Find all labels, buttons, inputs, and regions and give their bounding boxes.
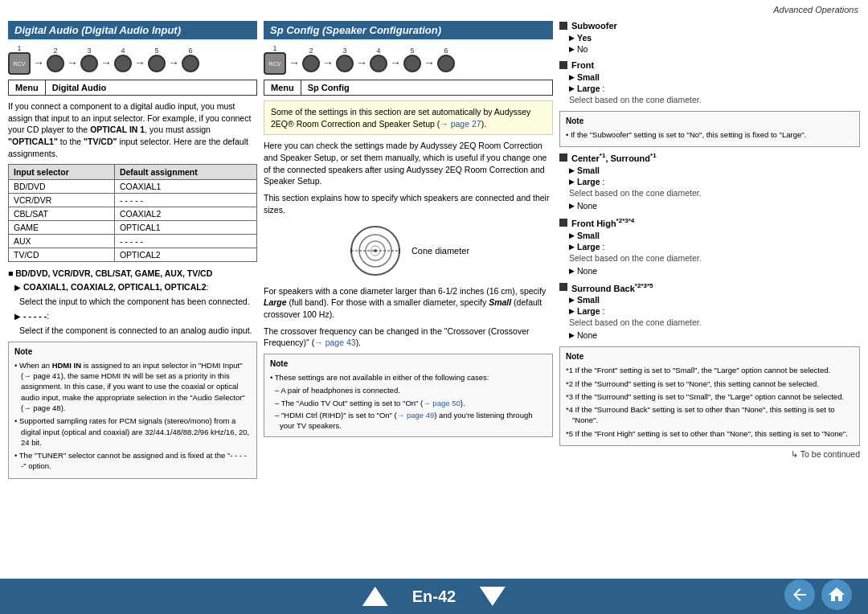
table-row: AUX- - - - - — [9, 235, 257, 248]
center-small: ▶ Small — [569, 166, 860, 175]
surround-back-icon — [559, 283, 567, 291]
sp-config-note: Note • These settings are not available … — [264, 354, 553, 437]
digital-audio-title: Digital Audio (Digital Audio Input) — [8, 21, 257, 39]
center-desc: Select based on the cone diameter. — [569, 188, 860, 198]
coaxial-header: ▶ COAXIAL1, COAXIAL2, OPTICAL1, OPTICAL2… — [14, 281, 257, 293]
menu-value-1: Digital Audio — [46, 80, 113, 95]
front-icon — [559, 61, 567, 69]
menu-value-2: Sp Config — [301, 80, 356, 95]
digital-audio-note: Note • When an HDMI IN is assigned to an… — [8, 342, 257, 479]
surround-back-large: ▶ Large: — [569, 306, 860, 316]
center-surround-section: Center*1, Surround*1 ▶ Small ▶ Large: Se… — [559, 152, 860, 211]
subwoofer-label: Subwoofer — [571, 21, 617, 31]
cone-diagram — [347, 223, 403, 279]
dash-desc: Select if the component is connected to … — [19, 325, 257, 337]
cone-diameter-figure: Cone diameter — [264, 223, 553, 279]
page-label: En-42 — [412, 587, 456, 606]
sp-config-section: Sp Config (Speaker Configuration) 1 RCV … — [264, 21, 553, 582]
sp-config-title: Sp Config (Speaker Configuration) — [264, 21, 553, 39]
center-large: ▶ Large: — [569, 177, 860, 186]
menu-bar-1: Menu Digital Audio — [8, 80, 257, 96]
front-high-desc: Select based on the cone diameter. — [569, 253, 860, 263]
front-note: Note • If the "Subwoofer" setting is set… — [559, 111, 860, 147]
table-row: CBL/SATCOAXIAL2 — [9, 207, 257, 221]
sp-config-body4: The crossover frequency can be changed i… — [264, 325, 553, 349]
subwoofer-section: Subwoofer ▶ Yes ▶ No — [559, 21, 860, 54]
steps-row-1: 1 RCV → 2 → 3 → 4 → — [8, 44, 257, 75]
sp-config-body1: Here you can check the settings made by … — [264, 140, 553, 187]
center-none: ▶ None — [569, 201, 860, 211]
table-row: VCR/DVR- - - - - — [9, 194, 257, 207]
nav-up-arrow[interactable] — [362, 587, 388, 606]
menu-bar-2: Menu Sp Config — [264, 80, 553, 96]
front-high-section: Front High*2*3*4 ▶ Small ▶ Large: Select… — [559, 217, 860, 276]
to-be-continued: ↳ To be continued — [559, 449, 860, 459]
table-header-input: Input selector — [9, 165, 115, 180]
front-label: Front — [571, 60, 594, 70]
bd-dvd-section-header: ■ BD/DVD, VCR/DVR, CBL/SAT, GAME, AUX, T… — [8, 268, 257, 278]
digital-audio-section: Digital Audio (Digital Audio Input) 1 RC… — [8, 21, 257, 582]
speaker-settings-section: Subwoofer ▶ Yes ▶ No Front ▶ — [559, 21, 860, 582]
front-desc: Select based on the cone diameter. — [569, 95, 860, 104]
steps-row-2: 1 RCV → 2 → 3 → 4 → — [264, 44, 553, 75]
front-high-icon — [559, 219, 567, 227]
center-icon — [559, 154, 567, 162]
cone-label: Cone diameter — [411, 246, 469, 256]
surround-back-none: ▶ None — [569, 330, 860, 340]
surround-back-small: ▶ Small — [569, 295, 860, 305]
menu-label-2: Menu — [264, 80, 301, 95]
front-section: Front ▶ Small ▶ Large: Select based on t… — [559, 60, 860, 104]
table-row: TV/CDOPTICAL2 — [9, 248, 257, 262]
assignment-table: Input selector Default assignment BD/DVD… — [8, 164, 257, 262]
nav-down-arrow[interactable] — [480, 587, 506, 606]
table-row: BD/DVDCOAXIAL1 — [9, 180, 257, 194]
front-high-small: ▶ Small — [569, 231, 860, 240]
subwoofer-icon — [559, 22, 567, 30]
digital-audio-body: If you connect a component to a digital … — [8, 100, 257, 159]
surround-back-desc: Select based on the cone diameter. — [569, 317, 860, 327]
home-button[interactable] — [821, 579, 852, 610]
subwoofer-yes: ▶ Yes — [569, 33, 860, 43]
highlight-box: Some of the settings in this section are… — [264, 100, 553, 135]
table-header-default: Default assignment — [114, 165, 256, 180]
sp-config-body3: For speakers with a cone diameter larger… — [264, 285, 553, 321]
subwoofer-no: ▶ No — [569, 44, 860, 54]
bottom-bar: En-42 — [0, 579, 868, 614]
sp-config-body2: This section explains how to specify whi… — [264, 192, 553, 215]
surround-back-section: Surround Back*2*3*5 ▶ Small ▶ Large: Sel… — [559, 282, 860, 341]
menu-label-1: Menu — [9, 80, 46, 95]
coaxial-desc: Select the input to which the component … — [19, 296, 257, 308]
front-small: ▶ Small — [569, 72, 860, 82]
speaker-note-2: Note *1 If the "Front" setting is set to… — [559, 346, 860, 446]
dash-header: ▶ - - - - -: — [14, 310, 257, 322]
front-large: ▶ Large: — [569, 84, 860, 93]
table-row: GAMEOPTICAL1 — [9, 221, 257, 235]
front-high-large: ▶ Large: — [569, 242, 860, 252]
advanced-operations-label: Advanced Operations — [773, 5, 858, 14]
front-high-none: ▶ None — [569, 266, 860, 276]
back-button[interactable] — [784, 579, 815, 610]
